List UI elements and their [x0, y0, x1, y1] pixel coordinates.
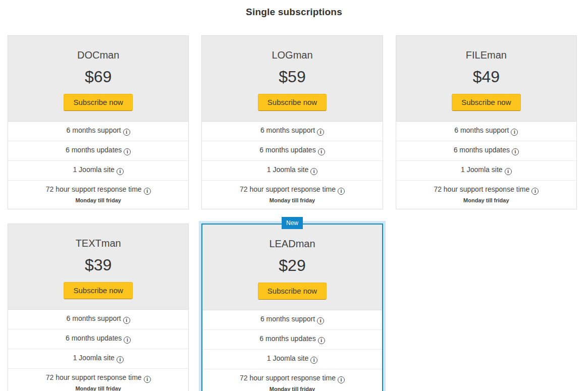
plan-card: New LEADman $29 Subscribe now 6 months s… [201, 224, 383, 391]
plan-price: $69 [13, 68, 183, 86]
subscribe-now-button[interactable]: Subscribe now [452, 94, 520, 111]
feature-row: 6 months supporti [202, 310, 382, 330]
plan-name: TEXTman [13, 238, 183, 249]
feature-label: 6 months support [67, 126, 121, 134]
feature-label: 6 months updates [454, 146, 510, 154]
info-icon[interactable]: i [123, 129, 130, 136]
info-icon[interactable]: i [123, 317, 130, 324]
feature-label: 6 months updates [66, 334, 122, 342]
feature-row: 6 months supporti [202, 122, 382, 141]
feature-label: 72 hour support response time [46, 373, 142, 381]
plan-price: $59 [207, 68, 377, 86]
subscribe-now-button[interactable]: Subscribe now [258, 283, 327, 300]
feature-row: 6 months supporti [8, 122, 188, 141]
feature-row: 1 Joomla sitei [8, 349, 188, 369]
info-icon[interactable]: i [124, 337, 131, 344]
feature-label: 1 Joomla site [73, 165, 114, 174]
feature-label: 1 Joomla site [267, 354, 308, 362]
info-icon[interactable]: i [318, 148, 325, 155]
feature-label: 72 hour support response time [240, 374, 336, 382]
info-icon[interactable]: i [512, 148, 519, 155]
feature-label: 72 hour support response time [434, 185, 529, 193]
feature-row: 6 months supporti [8, 310, 188, 329]
feature-row: 72 hour support response timei Monday ti… [202, 181, 382, 209]
plan-card: FILEman $49 Subscribe now 6 months suppo… [396, 35, 577, 209]
feature-label: 6 months support [67, 314, 121, 322]
feature-list: 6 months supporti 6 months updatesi 1 Jo… [202, 122, 382, 209]
plan-header: DOCman $69 Subscribe now [8, 36, 188, 122]
feature-row: 1 Joomla sitei [396, 161, 576, 181]
feature-label: 6 months updates [259, 146, 315, 154]
feature-label: 6 months support [260, 315, 315, 323]
feature-note: Monday till friday [206, 197, 378, 204]
plan-card: LOGman $59 Subscribe now 6 months suppor… [201, 35, 383, 209]
feature-row: 72 hour support response timei Monday ti… [8, 369, 188, 391]
info-icon[interactable]: i [511, 129, 518, 136]
feature-row: 72 hour support response timei Monday ti… [202, 369, 382, 391]
feature-label: 6 months updates [259, 334, 315, 343]
plan-card: TEXTman $39 Subscribe now 6 months suppo… [8, 224, 189, 391]
feature-row: 1 Joomla sitei [202, 350, 382, 369]
feature-list: 6 months supporti 6 months updatesi 1 Jo… [8, 122, 188, 209]
info-icon[interactable]: i [144, 188, 151, 195]
feature-row: 6 months supporti [396, 122, 576, 141]
plan-name: LOGman [207, 49, 377, 61]
feature-note: Monday till friday [206, 386, 378, 391]
feature-note: Monday till friday [12, 385, 184, 391]
feature-label: 6 months support [260, 126, 315, 134]
feature-list: 6 months supporti 6 months updatesi 1 Jo… [202, 310, 382, 391]
plan-header: LEADman $29 Subscribe now [202, 225, 382, 310]
plan-card: DOCman $69 Subscribe now 6 months suppor… [8, 35, 189, 209]
feature-row: 72 hour support response timei Monday ti… [396, 181, 576, 209]
feature-label: 72 hour support response time [46, 185, 142, 193]
info-icon[interactable]: i [531, 188, 539, 195]
feature-row: 6 months updatesi [202, 141, 382, 161]
feature-note: Monday till friday [12, 197, 184, 204]
feature-list: 6 months supporti 6 months updatesi 1 Jo… [396, 122, 576, 209]
plans-grid: DOCman $69 Subscribe now 6 months suppor… [0, 35, 588, 391]
plan-header: FILEman $49 Subscribe now [396, 36, 576, 122]
info-icon[interactable]: i [117, 356, 124, 363]
plan-name: FILEman [401, 49, 571, 61]
plan-header: TEXTman $39 Subscribe now [8, 224, 188, 310]
info-icon[interactable]: i [117, 168, 124, 175]
plan-price: $39 [13, 256, 183, 274]
feature-label: 1 Joomla site [461, 165, 502, 174]
info-icon[interactable]: i [338, 188, 345, 195]
plan-name: DOCman [13, 49, 183, 61]
subscribe-now-button[interactable]: Subscribe now [258, 94, 327, 111]
info-icon[interactable]: i [505, 168, 512, 175]
info-icon[interactable]: i [310, 168, 317, 175]
info-icon[interactable]: i [124, 148, 131, 155]
info-icon[interactable]: i [317, 317, 324, 324]
feature-list: 6 months supporti 6 months updatesi 1 Jo… [8, 310, 188, 391]
info-icon[interactable]: i [338, 376, 345, 383]
subscribe-now-button[interactable]: Subscribe now [64, 282, 132, 299]
feature-row: 6 months updatesi [8, 141, 188, 161]
plan-header: LOGman $59 Subscribe now [202, 36, 382, 122]
feature-label: 1 Joomla site [73, 354, 114, 362]
info-icon[interactable]: i [144, 376, 151, 383]
feature-label: 6 months updates [66, 146, 122, 154]
feature-label: 1 Joomla site [267, 165, 308, 174]
info-icon[interactable]: i [310, 357, 317, 364]
feature-row: 6 months updatesi [202, 330, 382, 350]
page-title: Single subscriptions [0, 7, 588, 18]
new-badge: New [282, 217, 303, 229]
feature-label: 6 months support [454, 126, 509, 134]
subscribe-now-button[interactable]: Subscribe now [64, 94, 132, 111]
feature-row: 6 months updatesi [8, 329, 188, 349]
plan-price: $49 [401, 68, 571, 86]
plan-price: $29 [207, 256, 377, 275]
feature-row: 72 hour support response timei Monday ti… [8, 181, 188, 209]
info-icon[interactable]: i [318, 337, 325, 344]
feature-row: 1 Joomla sitei [8, 161, 188, 181]
plan-name: LEADman [207, 238, 377, 250]
feature-row: 6 months updatesi [396, 141, 576, 161]
feature-note: Monday till friday [400, 197, 572, 204]
feature-label: 72 hour support response time [240, 185, 336, 193]
feature-row: 1 Joomla sitei [202, 161, 382, 181]
info-icon[interactable]: i [317, 129, 324, 136]
